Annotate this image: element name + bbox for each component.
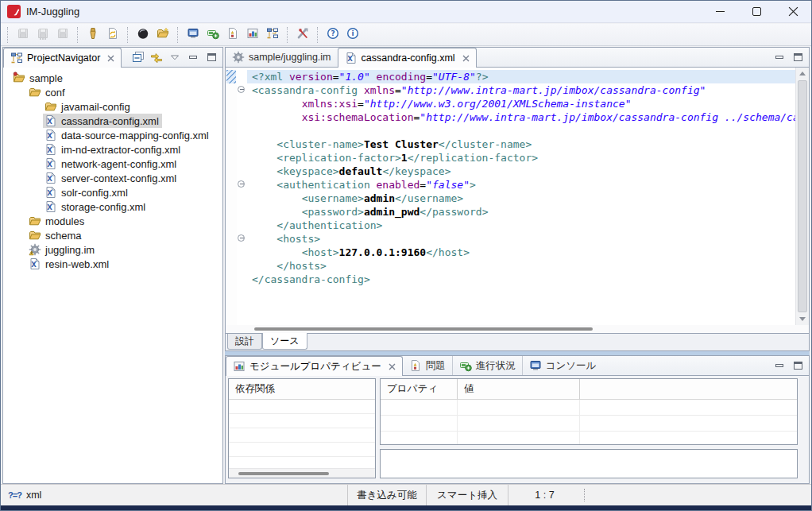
save-button[interactable]	[13, 25, 33, 45]
tree-item-sample[interactable]: sample	[3, 71, 222, 85]
tree-item-solr-config-xml[interactable]: Xsolr-config.xml	[3, 185, 222, 199]
code-line[interactable]: <hosts>	[247, 232, 795, 246]
toolbar-separator	[177, 27, 178, 43]
collapse-fold-icon[interactable]	[238, 234, 245, 242]
close-tab-icon[interactable]	[462, 55, 470, 62]
collapse-all-icon[interactable]	[132, 51, 145, 64]
progress-view-button[interactable]	[203, 25, 222, 45]
tree-item-network-agent-config-xml[interactable]: Xnetwork-agent-config.xml	[3, 157, 222, 171]
refresh-config-file-button[interactable]	[102, 25, 122, 45]
code-line[interactable]: <keyspace>default</keyspace>	[247, 165, 795, 178]
collapse-fold-icon[interactable]	[238, 86, 245, 93]
folding-ruler[interactable]	[237, 68, 247, 325]
code-line[interactable]	[247, 124, 795, 137]
tree-item-inner: conf	[27, 85, 68, 99]
maximize-view-icon[interactable]	[791, 51, 804, 64]
code-line[interactable]: xsi:schemaLocation="http://www.intra-mar…	[247, 110, 795, 124]
project-navigator-view-button[interactable]	[262, 25, 282, 45]
code-line[interactable]: <replication-factor>1</replication-facto…	[247, 151, 795, 165]
tab-project-navigator[interactable]: ProjectNavigator	[3, 48, 122, 68]
link-with-editor-icon[interactable]	[150, 51, 163, 64]
navigator-view-actions	[132, 48, 222, 67]
console-view-button[interactable]	[183, 25, 203, 45]
property-column-header[interactable]: プロパティ	[381, 379, 458, 400]
vertical-scrollbar[interactable]	[795, 68, 809, 325]
maximize-button[interactable]	[738, 1, 775, 23]
code-line[interactable]: xmlns:xsi="http://www.w3.org/2001/XMLSch…	[247, 97, 795, 110]
close-view-icon[interactable]	[389, 363, 396, 370]
maximize-icon	[752, 7, 761, 16]
tree-item-conf[interactable]: conf	[3, 85, 222, 99]
annotation-ruler[interactable]	[226, 68, 237, 325]
tree-item-inner: juggling.im	[27, 242, 98, 257]
code-line[interactable]: <cassandra-config xmlns="http://www.intr…	[247, 83, 795, 97]
tab-juggling-im[interactable]: sample/juggling.im	[226, 48, 338, 67]
source-text[interactable]: <?xml version="1.0" encoding="UTF-8"?><c…	[247, 68, 795, 325]
minimize-view-icon[interactable]	[187, 51, 199, 64]
code-line[interactable]: <username>admin</username>	[247, 192, 795, 205]
tab-progress[interactable]: 進行状況	[453, 356, 523, 375]
code-line[interactable]: </hosts>	[247, 259, 795, 273]
tree-item-modules[interactable]: modules	[3, 214, 222, 228]
tree-item-storage-config-xml[interactable]: Xstorage-config.xml	[3, 199, 222, 214]
tab-design[interactable]: 設計	[227, 334, 262, 350]
code-line[interactable]: <password>admin_pwd</password>	[247, 205, 795, 219]
xml-file-icon: X	[345, 52, 358, 64]
minimize-view-icon[interactable]	[773, 51, 786, 64]
horizontal-scrollbar[interactable]	[226, 325, 809, 333]
open-import-folder-button[interactable]	[153, 25, 172, 45]
close-view-icon[interactable]	[107, 55, 114, 62]
tree-item-inner: Xcassandra-config.xml	[43, 114, 162, 128]
value-column-header[interactable]: 値	[458, 379, 580, 400]
view-menu-icon[interactable]	[168, 51, 181, 64]
problems-view-button[interactable]	[222, 25, 242, 45]
vertical-scrollbar-thumb[interactable]	[798, 80, 807, 312]
dependency-hscrollbar-thumb[interactable]	[238, 472, 329, 475]
minimize-button[interactable]	[702, 1, 738, 23]
tree-item-server-context-config-xml[interactable]: Xserver-context-config.xml	[3, 171, 222, 185]
save-all-button[interactable]	[52, 25, 72, 45]
juggling-ball-button[interactable]	[133, 25, 153, 45]
svg-text:X: X	[347, 55, 353, 63]
code-line[interactable]: </authentication>	[247, 219, 795, 232]
module-property-view-button[interactable]	[242, 25, 262, 45]
collapse-fold-icon[interactable]	[238, 180, 245, 188]
problems-view-icon	[409, 359, 422, 372]
scroll-up-icon[interactable]	[796, 68, 809, 79]
progress-view-icon	[207, 27, 219, 42]
tab-source[interactable]: ソース	[262, 333, 307, 350]
code-line[interactable]: <authentication enabled="false">	[247, 178, 795, 192]
tree-item-resin-web-xml[interactable]: Xresin-web.xml	[3, 257, 222, 271]
maximize-view-icon[interactable]	[791, 359, 804, 372]
tree-item-javamail-config[interactable]: javamail-config	[3, 99, 222, 114]
tab-module-property-view[interactable]: モジュールプロパティビュー	[226, 356, 403, 376]
tree-item-schema[interactable]: schema	[3, 228, 222, 242]
about-info-button[interactable]: i	[342, 25, 362, 45]
help-button[interactable]: ?	[323, 25, 342, 45]
scroll-down-icon[interactable]	[796, 313, 809, 325]
tab-cassandra-config[interactable]: X cassandra-config.xml	[338, 48, 477, 68]
property-column-body[interactable]	[381, 400, 458, 444]
save-as-button[interactable]	[33, 25, 52, 45]
save-all-icon	[56, 27, 69, 42]
maximize-view-icon[interactable]	[205, 51, 218, 64]
code-line[interactable]: <cluster-name>Test Cluster</cluster-name…	[247, 137, 795, 151]
dependency-rows[interactable]	[229, 400, 375, 468]
tab-problems[interactable]: 問題	[403, 356, 453, 375]
code-line[interactable]: <?xml version="1.0" encoding="UTF-8"?>	[247, 70, 795, 83]
dependency-column-header[interactable]: 依存関係	[229, 379, 375, 400]
tree-item-juggling-im[interactable]: juggling.im	[3, 242, 222, 257]
minimize-view-icon[interactable]	[773, 359, 786, 372]
export-juggling-pin-button[interactable]	[83, 25, 102, 45]
tree-item-cassandra-config-xml[interactable]: Xcassandra-config.xml	[3, 114, 222, 128]
code-line[interactable]: <host>127.0.0.1:9160</host>	[247, 246, 795, 259]
dependency-hscrollbar[interactable]	[229, 468, 375, 478]
code-line[interactable]: </cassandra-config>	[247, 273, 795, 286]
tree-item-data-source-mapping-config-xml[interactable]: Xdata-source-mapping-config.xml	[3, 128, 222, 142]
close-button[interactable]	[775, 1, 811, 23]
tree-item-im-nd-extractor-config-xml[interactable]: Xim-nd-extractor-config.xml	[3, 142, 222, 157]
preferences-tools-button[interactable]	[292, 25, 312, 45]
horizontal-scrollbar-thumb[interactable]	[254, 327, 593, 331]
value-column-body[interactable]	[458, 400, 580, 444]
tab-console[interactable]: コンソール	[523, 356, 603, 375]
